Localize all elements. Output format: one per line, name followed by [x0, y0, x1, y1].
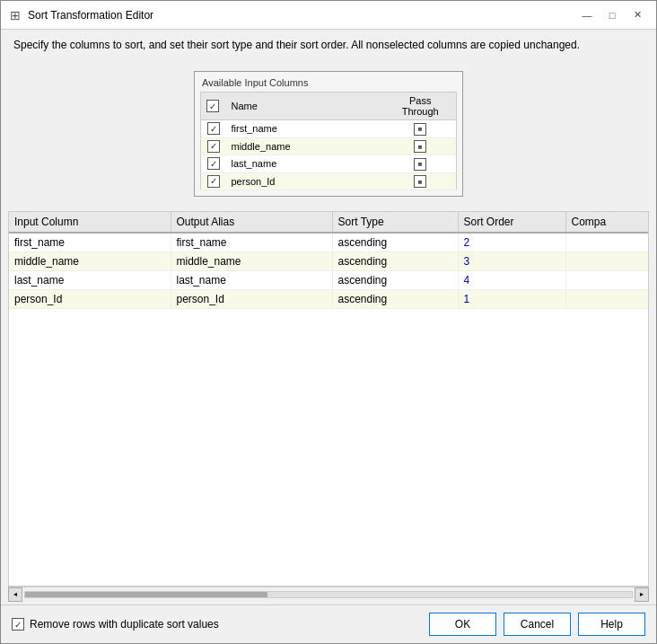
available-row: person_Id: [201, 172, 457, 190]
passthrough-checkbox[interactable]: [414, 175, 426, 188]
row-checkbox-cell: [201, 172, 226, 190]
row-checkbox[interactable]: [207, 122, 220, 135]
passthrough-checkbox[interactable]: [414, 140, 426, 153]
col-name-header: Name: [226, 93, 385, 120]
available-row: last_name: [201, 155, 457, 173]
main-content: Available Input Columns Name Pass Throug…: [1, 58, 656, 604]
row-passthrough: [385, 155, 457, 173]
sort-row[interactable]: last_name last_name ascending 4: [9, 271, 649, 290]
scroll-thumb[interactable]: [25, 592, 267, 597]
row-checkbox[interactable]: [207, 175, 220, 188]
col-check-header: [201, 93, 226, 120]
sort-output-col: first_name: [171, 233, 332, 252]
scroll-left-button[interactable]: ◂: [8, 587, 22, 602]
sort-comp-col: [565, 290, 649, 309]
footer-left: Remove rows with duplicate sort values: [12, 618, 219, 631]
sort-comp-col: [565, 233, 649, 252]
row-checkbox-cell: [201, 120, 226, 138]
sort-col-input-header: Input Column: [9, 212, 171, 233]
sort-output-col: person_Id: [171, 290, 332, 309]
sort-input-col: last_name: [9, 271, 171, 290]
main-window: ⊞ Sort Transformation Editor — □ ✕ Speci…: [0, 0, 657, 644]
row-passthrough: [385, 120, 457, 138]
sort-type-col: ascending: [332, 290, 458, 309]
sort-output-col: middle_name: [171, 252, 332, 271]
row-name: first_name: [226, 120, 385, 138]
sort-type-col: ascending: [332, 233, 458, 252]
sort-input-col: first_name: [9, 233, 171, 252]
sort-order-col: 2: [458, 233, 565, 252]
sort-order-col: 1: [458, 290, 565, 309]
description-text: Specify the columns to sort, and set the…: [1, 30, 656, 58]
scroll-right-button[interactable]: ▸: [635, 587, 649, 602]
sort-col-order-header: Sort Order: [458, 212, 565, 233]
row-name: person_Id: [226, 172, 385, 190]
sort-col-type-header: Sort Type: [332, 212, 458, 233]
sort-comp-col: [565, 271, 649, 290]
col-pass-header: Pass Through: [385, 93, 457, 120]
sort-order-col: 4: [458, 271, 565, 290]
sort-output-col: last_name: [171, 271, 332, 290]
available-table: Name Pass Through first_name middle_name: [200, 92, 457, 190]
sort-input-col: person_Id: [9, 290, 171, 309]
sort-table-wrapper: Input Column Output Alias Sort Type Sort…: [8, 211, 649, 587]
sort-type-col: ascending: [332, 252, 458, 271]
footer-buttons: OK Cancel Help: [429, 613, 645, 636]
close-button[interactable]: ✕: [626, 6, 649, 24]
sort-type-col: ascending: [332, 271, 458, 290]
select-all-checkbox[interactable]: [206, 100, 219, 112]
row-checkbox-cell: [201, 155, 226, 173]
title-bar-left: ⊞ Sort Transformation Editor: [8, 8, 153, 22]
maximize-button[interactable]: □: [600, 6, 624, 24]
available-input-panel: Available Input Columns Name Pass Throug…: [194, 71, 463, 197]
window-controls: — □ ✕: [575, 6, 649, 24]
row-checkbox[interactable]: [207, 140, 220, 153]
sort-comp-col: [565, 252, 649, 271]
sort-input-col: middle_name: [9, 252, 171, 271]
sort-row[interactable]: middle_name middle_name ascending 3: [9, 252, 649, 271]
row-passthrough: [385, 172, 457, 190]
minimize-button[interactable]: —: [575, 6, 599, 24]
footer: Remove rows with duplicate sort values O…: [1, 604, 656, 643]
available-panel-title: Available Input Columns: [200, 77, 457, 88]
sort-row[interactable]: person_Id person_Id ascending 1: [9, 290, 649, 309]
passthrough-checkbox[interactable]: [414, 123, 426, 136]
row-checkbox[interactable]: [207, 157, 220, 170]
ok-button[interactable]: OK: [429, 613, 496, 636]
cancel-button[interactable]: Cancel: [504, 613, 571, 636]
sort-order-col: 3: [458, 252, 565, 271]
available-panel-wrapper: Available Input Columns Name Pass Throug…: [8, 62, 649, 211]
available-row: first_name: [201, 120, 457, 138]
available-row: middle_name: [201, 137, 457, 155]
help-button[interactable]: Help: [578, 613, 645, 636]
sort-table: Input Column Output Alias Sort Type Sort…: [9, 212, 649, 309]
window-title: Sort Transformation Editor: [28, 9, 153, 22]
horizontal-scrollbar[interactable]: ◂ ▸: [8, 587, 649, 601]
title-bar: ⊞ Sort Transformation Editor — □ ✕: [1, 1, 656, 30]
row-name: middle_name: [226, 137, 385, 155]
sort-row[interactable]: first_name first_name ascending 2: [9, 233, 649, 252]
duplicate-rows-checkbox[interactable]: [12, 618, 24, 631]
scroll-track[interactable]: [24, 591, 633, 598]
row-passthrough: [385, 137, 457, 155]
sort-col-comp-header: Compa: [565, 212, 649, 233]
passthrough-checkbox[interactable]: [414, 158, 426, 171]
row-checkbox-cell: [201, 137, 226, 155]
app-icon: ⊞: [8, 8, 22, 22]
row-name: last_name: [226, 155, 385, 173]
duplicate-rows-label: Remove rows with duplicate sort values: [30, 618, 219, 631]
sort-col-output-header: Output Alias: [171, 212, 332, 233]
